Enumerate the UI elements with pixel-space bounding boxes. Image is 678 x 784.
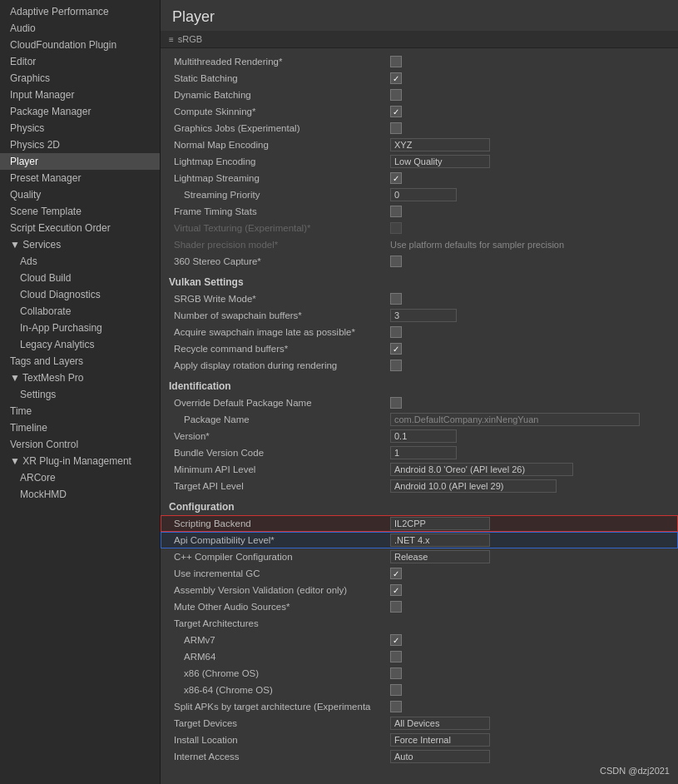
prop-graphics-jobs: Graphics Jobs (Experimental) [161, 120, 678, 136]
dropdown-internet-access[interactable]: Auto [390, 750, 490, 763]
checkbox-x86-64-chrome[interactable] [390, 684, 402, 696]
dropdown-cpp-compiler[interactable]: Release [390, 550, 490, 563]
prop-apply-display-rotation: Apply display rotation during rendering [161, 357, 678, 374]
prop-version: Version* 0.1 [161, 428, 678, 444]
checkbox-split-apks[interactable] [390, 701, 402, 712]
sidebar-item-cloudfoundation-plugin[interactable]: CloudFoundation Plugin [0, 37, 160, 53]
prop-value: Use platform defaults for sampler precis… [385, 240, 678, 250]
sidebar-item-input-manager[interactable]: Input Manager [0, 87, 160, 103]
checkbox-multithreaded[interactable] [390, 56, 402, 67]
field-version[interactable]: 0.1 [390, 429, 457, 443]
sidebar-item-audio[interactable]: Audio [0, 20, 160, 37]
prop-label: Mute Other Audio Sources* [161, 602, 385, 612]
sidebar-item-script-execution-order[interactable]: Script Execution Order [0, 220, 160, 236]
prop-value [385, 397, 678, 409]
sidebar-item-in-app-purchasing[interactable]: In-App Purchasing [0, 320, 160, 336]
checkbox-arm64[interactable] [390, 651, 402, 662]
prop-value [385, 634, 678, 646]
prop-label: ARMv7 [161, 635, 385, 645]
prop-label: Override Default Package Name [161, 398, 385, 408]
prop-recycle-command: Recycle command buffers* [161, 340, 678, 357]
sidebar-item-physics[interactable]: Physics [0, 120, 160, 136]
prop-x86-chrome: x86 (Chrome OS) [161, 665, 678, 682]
prop-compute-skinning: Compute Skinning* [161, 103, 678, 120]
dropdown-lightmap-encoding[interactable]: Low Quality [390, 155, 490, 168]
checkbox-apply-display[interactable] [390, 360, 402, 371]
sidebar-item-services[interactable]: ▼ Services [0, 236, 160, 253]
dropdown-target-api[interactable]: Android 10.0 (API level 29) [390, 479, 557, 493]
sidebar-item-package-manager[interactable]: Package Manager [0, 103, 160, 120]
prop-label: Assembly Version Validation (editor only… [161, 585, 385, 595]
checkbox-x86-chrome[interactable] [390, 667, 402, 679]
sidebar-item-arcore[interactable]: ARCore [0, 469, 160, 486]
sidebar-item-legacy-analytics[interactable]: Legacy Analytics [0, 336, 160, 353]
checkbox-armv7[interactable] [390, 634, 402, 646]
field-swapchain-buffers[interactable]: 3 [390, 309, 457, 322]
prop-multithreaded-rendering: Multithreaded Rendering* [161, 53, 678, 70]
dropdown-min-api[interactable]: Android 8.0 'Oreo' (API level 26) [390, 463, 573, 476]
prop-value [385, 256, 678, 267]
dropdown-scripting-backend[interactable]: IL2CPP [390, 517, 490, 530]
sidebar-item-timeline[interactable]: Timeline [0, 419, 160, 436]
dropdown-install-location[interactable]: Force Internal [390, 733, 490, 747]
sidebar-item-adaptive-performance[interactable]: Adaptive Performance [0, 3, 160, 20]
prop-value [385, 584, 678, 596]
sidebar-item-quality[interactable]: Quality [0, 186, 160, 203]
sidebar-item-collaborate[interactable]: Collaborate [0, 303, 160, 320]
prop-value: 3 [385, 309, 678, 322]
sidebar-item-graphics[interactable]: Graphics [0, 70, 160, 87]
prop-label: x86 (Chrome OS) [161, 668, 385, 678]
checkbox-override-package[interactable] [390, 397, 402, 409]
sidebar-item-cloud-build[interactable]: Cloud Build [0, 270, 160, 286]
checkbox-incremental-gc[interactable] [390, 568, 402, 579]
prop-value: Android 10.0 (API level 29) [385, 479, 678, 493]
prop-target-api: Target API Level Android 10.0 (API level… [161, 478, 678, 494]
sidebar-item-mockhmd[interactable]: MockHMD [0, 486, 160, 503]
sidebar-item-scene-template[interactable]: Scene Template [0, 203, 160, 220]
prop-lightmap-streaming: Lightmap Streaming [161, 170, 678, 186]
checkbox-acquire-swapchain[interactable] [390, 326, 402, 338]
prop-label: Api Compatibility Level* [161, 535, 385, 545]
prop-value [385, 701, 678, 712]
prop-value: Release [385, 550, 678, 563]
field-bundle-version[interactable]: 1 [390, 446, 457, 459]
field-streaming-priority[interactable]: 0 [390, 188, 457, 201]
prop-label: Bundle Version Code [161, 448, 385, 458]
checkbox-graphics-jobs[interactable] [390, 122, 402, 134]
sidebar-item-physics2d[interactable]: Physics 2D [0, 136, 160, 153]
checkbox-dynamic-batching[interactable] [390, 89, 402, 101]
sidebar-item-tags-and-layers[interactable]: Tags and Layers [0, 353, 160, 370]
sidebar-item-cloud-diagnostics[interactable]: Cloud Diagnostics [0, 286, 160, 303]
checkbox-assembly-validation[interactable] [390, 584, 402, 596]
field-package-name[interactable]: com.DefaultCompany.xinNengYuan [390, 413, 640, 426]
sidebar-item-xr-plugin-management[interactable]: ▼ XR Plug-in Management [0, 453, 160, 469]
sidebar-item-settings[interactable]: Settings [0, 386, 160, 403]
prop-package-name: Package Name com.DefaultCompany.xinNengY… [161, 411, 678, 428]
checkbox-frame-timing[interactable] [390, 206, 402, 217]
prop-value [385, 89, 678, 101]
dropdown-api-compatibility[interactable]: .NET 4.x [390, 533, 490, 547]
sidebar-item-editor[interactable]: Editor [0, 53, 160, 70]
checkbox-stereo-capture[interactable] [390, 256, 402, 267]
checkbox-mute-audio[interactable] [390, 601, 402, 613]
sidebar-item-ads[interactable]: Ads [0, 253, 160, 270]
dropdown-target-devices[interactable]: All Devices [390, 717, 490, 730]
prop-value: com.DefaultCompany.xinNengYuan [385, 413, 678, 426]
sidebar-item-preset-manager[interactable]: Preset Manager [0, 170, 160, 186]
sidebar-item-time[interactable]: Time [0, 403, 160, 419]
checkbox-srgb-write[interactable] [390, 293, 402, 305]
sidebar-item-player[interactable]: Player [0, 153, 160, 170]
sidebar-item-version-control[interactable]: Version Control [0, 436, 160, 453]
sidebar-item-textmesh-pro[interactable]: ▼ TextMesh Pro [0, 370, 160, 386]
prop-label: 360 Stereo Capture* [161, 256, 385, 266]
prop-value [385, 684, 678, 696]
checkbox-recycle-command[interactable] [390, 343, 402, 355]
checkbox-compute-skinning[interactable] [390, 106, 402, 117]
checkbox-static-batching[interactable] [390, 72, 402, 84]
dropdown-normal-map[interactable]: XYZ [390, 138, 490, 151]
prop-swapchain-buffers: Number of swapchain buffers* 3 [161, 307, 678, 324]
checkbox-lightmap-streaming[interactable] [390, 172, 402, 184]
prop-armv7: ARMv7 [161, 632, 678, 648]
section-bar-icon: ≡ [169, 35, 174, 44]
prop-value [385, 222, 678, 234]
